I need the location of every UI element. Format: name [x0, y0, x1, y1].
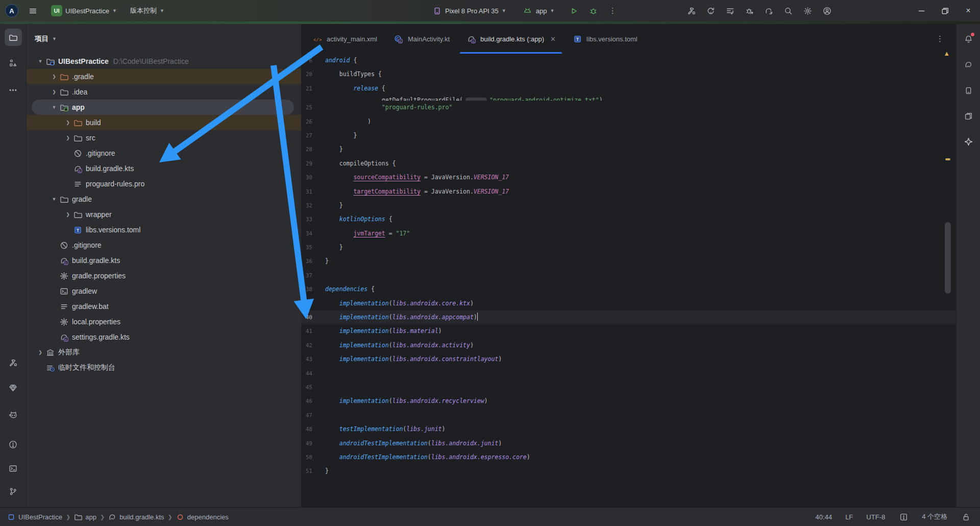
code-line-6[interactable]: 6android { [301, 54, 956, 67]
breadcrumb-item-app[interactable]: app [74, 512, 96, 522]
tree-item-gradle.properties[interactable]: gradle.properties [27, 268, 301, 283]
code-line-25[interactable]: 25 "proguard-rules.pro" [301, 101, 956, 114]
chevron-right-icon[interactable]: ❯ [50, 89, 59, 94]
chevron-down-icon[interactable]: ▼ [50, 197, 59, 202]
inspection-warning-icon[interactable]: ▲ [943, 50, 950, 57]
tab-libs.versions.toml[interactable]: Tlibs.versions.toml [564, 24, 646, 54]
gradle-elephant-toolbutton[interactable] [960, 56, 977, 73]
main-menu-button[interactable] [23, 3, 42, 18]
folded-region-pill[interactable] [465, 98, 487, 101]
code-line-21[interactable]: 21 release { [301, 82, 956, 95]
project-panel-title[interactable]: 项目 [35, 34, 48, 43]
code-line-50[interactable]: 50 androidTestImplementation(libs.androi… [301, 450, 956, 464]
search-icon[interactable] [783, 6, 793, 16]
tree-item-.gitignore[interactable]: .gitignore [27, 237, 301, 253]
task-history-icon[interactable] [725, 6, 735, 16]
code-line-31[interactable]: 31 targetCompatibility = JavaVersion.VER… [301, 185, 956, 199]
code-line-37[interactable]: 37 [301, 269, 956, 282]
code-line-36[interactable]: 36} [301, 254, 956, 268]
terminal-toolbutton[interactable] [5, 460, 22, 477]
code-line-49[interactable]: 49 androidTestImplementation(libs.androi… [301, 437, 956, 450]
tab-close-icon[interactable]: ✕ [550, 35, 556, 43]
tree-item-settings.gradle.kts[interactable]: Ksettings.gradle.kts [27, 329, 301, 345]
editor-options-button[interactable]: ⋮ [936, 24, 944, 54]
file-encoding[interactable]: UTF-8 [866, 513, 885, 521]
chevron-down-icon[interactable]: ▼ [36, 59, 45, 64]
tree-item-.gitignore[interactable]: .gitignore [27, 146, 301, 161]
debug-button[interactable] [584, 3, 602, 18]
tree-item-build.gradle.kts[interactable]: Kbuild.gradle.kts [27, 161, 301, 176]
code-line-44[interactable]: 44 [301, 367, 956, 380]
tree-item-外部库[interactable]: ❯外部库 [27, 345, 301, 360]
vcs-menu-button[interactable]: 版本控制 ▼ [126, 3, 168, 18]
more-toolbutton[interactable] [5, 81, 22, 99]
project-widget[interactable]: UI UIBestPractice ▼ [47, 3, 121, 18]
code-line-27[interactable]: 27 } [301, 129, 956, 142]
running-devices-toolbutton[interactable] [960, 107, 977, 125]
restore-button[interactable] [933, 0, 957, 21]
code-line-48[interactable]: 48 testImplementation(libs.junit) [301, 422, 956, 436]
logcat-toolbutton[interactable] [5, 406, 22, 423]
tree-item-gradlew.bat[interactable]: gradlew.bat [27, 299, 301, 314]
code-line-33[interactable]: 33 kotlinOptions { [301, 212, 956, 226]
chevron-right-icon[interactable]: ❯ [63, 120, 72, 125]
code-line-32[interactable]: 32 } [301, 199, 956, 212]
tree-item-local.properties[interactable]: local.properties [27, 314, 301, 329]
problems-toolbutton[interactable] [5, 436, 22, 453]
tab-activity_main.xml[interactable]: </>activity_main.xml [304, 24, 385, 54]
editor[interactable]: 6android {20 buildTypes {21 release { ge… [301, 54, 956, 479]
inspections-widget[interactable] [898, 512, 909, 522]
close-button[interactable]: × [957, 0, 980, 21]
breadcrumb-item-build.gradle.kts[interactable]: build.gradle.kts [108, 512, 164, 522]
gradle-sync-icon[interactable] [764, 6, 774, 16]
tree-item-gradle[interactable]: ▼gradle [27, 192, 301, 207]
tree-item-wrapper[interactable]: ❯wrapper [27, 207, 301, 222]
chevron-right-icon[interactable]: ❯ [63, 135, 72, 140]
code-line-35[interactable]: 35 } [301, 241, 956, 254]
code-line-29[interactable]: 29 compileOptions { [301, 157, 956, 171]
tree-item-build[interactable]: ❯build [27, 115, 301, 130]
tree-item-app[interactable]: ▼app [32, 100, 294, 115]
caret-position[interactable]: 40:44 [816, 513, 832, 521]
code-line-39[interactable]: 39 implementation(libs.androidx.core.ktx… [301, 297, 956, 310]
code-line-42[interactable]: 42 implementation(libs.androidx.activity… [301, 339, 956, 352]
tree-item-UIBestPractice[interactable]: ▼UIBestPracticeD:\Code\UIBestPractice [27, 54, 301, 69]
tree-item-临时文件和控制台[interactable]: 临时文件和控制台 [27, 360, 301, 375]
more-run-options-button[interactable]: ⋮ [603, 3, 622, 18]
chevron-right-icon[interactable]: ❯ [50, 74, 59, 79]
run-configuration-selector[interactable]: app ▼ [519, 3, 559, 18]
readonly-toggle[interactable] [961, 512, 971, 522]
code-line-30[interactable]: 30 sourceCompatibility = JavaVersion.VER… [301, 171, 956, 184]
structure-toolbutton[interactable] [5, 54, 22, 71]
code-line-26[interactable]: 26 ) [301, 115, 956, 129]
code-line-51[interactable]: 51} [301, 464, 956, 478]
build-hammer-toolbutton[interactable] [5, 354, 22, 371]
code-line-43[interactable]: 43 implementation(libs.androidx.constrai… [301, 352, 956, 366]
code-line-20[interactable]: 20 buildTypes { [301, 67, 956, 81]
error-stripe-mark[interactable] [945, 158, 950, 160]
code-line-28[interactable]: 28 } [301, 142, 956, 156]
tree-item-proguard-rules.pro[interactable]: proguard-rules.pro [27, 176, 301, 192]
device-selector[interactable]: Pixel 8 Pro API 35 ▼ [428, 3, 510, 18]
indent-style[interactable]: 4 个空格 [922, 512, 947, 521]
minimize-button[interactable] [910, 0, 933, 21]
tree-item-build.gradle.kts[interactable]: Kbuild.gradle.kts [27, 253, 301, 268]
gemini-sparkle-toolbutton[interactable] [960, 133, 977, 150]
code-line-34[interactable]: 34 jvmTarget = "17" [301, 227, 956, 241]
tree-item-.gradle[interactable]: ❯.gradle [27, 69, 301, 84]
chevron-down-icon[interactable]: ▼ [50, 105, 59, 110]
chevron-right-icon[interactable]: ❯ [36, 350, 45, 355]
code-line-folded[interactable]: getDefaultProguardFile("proguard-android… [301, 95, 956, 101]
tree-item-src[interactable]: ❯src [27, 130, 301, 146]
git-branch-toolbutton[interactable] [5, 483, 22, 500]
code-line-38[interactable]: 38dependencies { [301, 282, 956, 296]
tab-build.gradle.kts-app-[interactable]: Kbuild.gradle.kts (:app)✕ [458, 24, 564, 54]
settings-icon[interactable] [802, 6, 813, 16]
tree-item-libs.versions.toml[interactable]: Tlibs.versions.toml [27, 222, 301, 237]
project-folder-tool-toolbutton[interactable] [5, 29, 22, 46]
editor-scrollbar[interactable] [945, 222, 951, 294]
notifications-toolbutton[interactable] [960, 30, 977, 47]
gem-toolbutton[interactable] [5, 379, 22, 396]
build-hammer-icon[interactable] [686, 6, 696, 16]
line-separator[interactable]: LF [845, 513, 853, 521]
